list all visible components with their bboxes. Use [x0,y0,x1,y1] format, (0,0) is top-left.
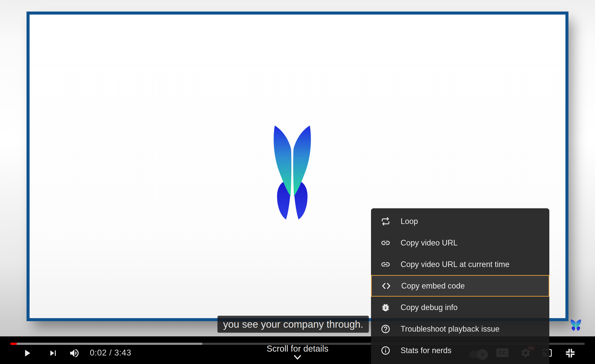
loop-icon [381,216,390,226]
play-button[interactable] [21,347,33,359]
menu-item-label: Loop [401,217,418,226]
progress-played [10,343,17,345]
link-icon [381,259,390,269]
menu-item-label: Copy video URL [401,238,458,247]
link-icon [381,238,390,248]
bug-icon [381,302,390,313]
channel-watermark-butterfly [569,319,583,331]
menu-item-label: Stats for nerds [401,346,452,355]
exit-fullscreen-button[interactable] [564,347,576,359]
time-display: 0:02 / 3:43 [90,347,131,358]
butterfly-logo [267,122,317,222]
scroll-for-details[interactable]: Scroll for details [267,344,329,354]
chevron-down-icon[interactable] [293,355,302,360]
next-icon [48,348,58,358]
volume-button[interactable] [68,347,81,359]
caption-box: you see your company through. [218,316,369,333]
menu-item-copy-embed-code[interactable]: Copy embed code [371,275,549,297]
menu-item-stats-for-nerds[interactable]: Stats for nerds [371,340,549,361]
exit-fullscreen-icon [564,347,576,359]
menu-item-label: Copy debug info [401,303,458,312]
progress-buffered [10,343,202,345]
menu-item-troubleshoot-playback-issue[interactable]: Troubleshoot playback issue [371,318,549,340]
volume-icon [69,348,80,359]
menu-item-label: Copy embed code [401,281,465,291]
menu-item-loop[interactable]: Loop [371,210,549,232]
code-icon [381,281,391,291]
caption-text: you see your company through. [223,318,363,330]
youtube-player: you see your company through. 0:02 / 3:4… [0,0,595,364]
menu-item-copy-debug-info[interactable]: Copy debug info [371,297,549,318]
info-icon [381,345,390,356]
play-icon [21,348,33,359]
next-button[interactable] [47,347,59,359]
help-icon [381,324,390,334]
menu-item-label: Copy video URL at current time [401,260,510,269]
menu-item-copy-video-url-at-current-time[interactable]: Copy video URL at current time [371,253,549,275]
menu-item-copy-video-url[interactable]: Copy video URL [371,232,549,253]
context-menu: Loop Copy video URL Copy video URL at cu… [371,208,549,364]
menu-item-label: Troubleshoot playback issue [401,324,500,334]
